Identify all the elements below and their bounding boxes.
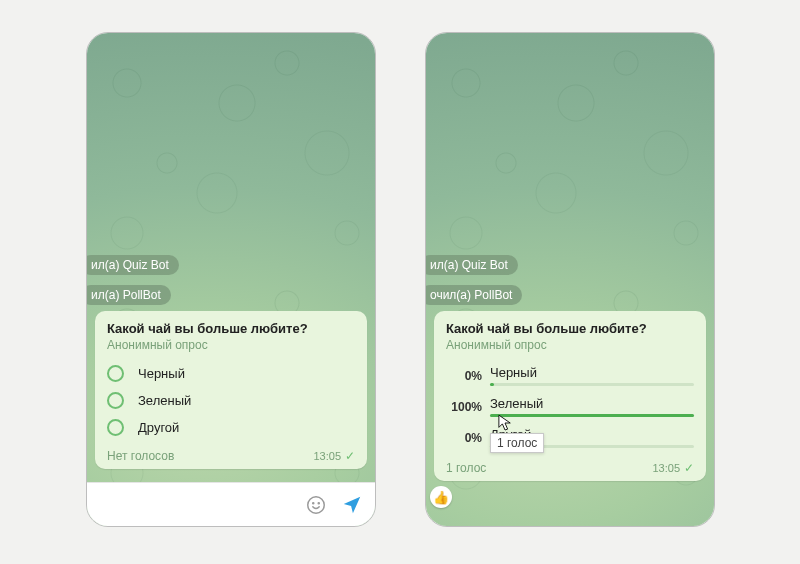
poll-option[interactable]: Черный <box>107 360 355 387</box>
poll-subtitle: Анонимный опрос <box>107 338 355 352</box>
svg-point-1 <box>313 502 314 503</box>
vote-tooltip: 1 голос <box>490 433 544 453</box>
poll-option-label: Другой <box>138 420 179 435</box>
sent-check-icon: ✓ <box>345 449 355 463</box>
svg-point-0 <box>308 496 325 513</box>
message-time: 13:05 ✓ <box>313 449 355 463</box>
sent-check-icon: ✓ <box>684 461 694 475</box>
radio-icon[interactable] <box>107 419 124 436</box>
message-time: 13:05 ✓ <box>652 461 694 475</box>
reaction-thumbs-up[interactable]: 👍 <box>430 486 452 508</box>
poll-result-percent: 100% <box>446 400 482 414</box>
service-message-pollbot: ил(а) PollBot <box>86 285 171 305</box>
poll-option[interactable]: Другой <box>107 414 355 441</box>
radio-icon[interactable] <box>107 365 124 382</box>
poll-option-label: Зеленый <box>138 393 191 408</box>
poll-result-row[interactable]: 0% Черный <box>446 360 694 391</box>
send-icon[interactable] <box>341 494 363 516</box>
poll-option-label: Зеленый <box>490 396 694 411</box>
service-message-quizbot: ил(а) Quiz Bot <box>86 255 179 275</box>
poll-result-percent: 0% <box>446 431 482 445</box>
poll-bubble: Какой чай вы больше любите? Анонимный оп… <box>95 311 367 469</box>
poll-option[interactable]: Зеленый <box>107 387 355 414</box>
phone-before: ил(а) Quiz Bot ил(а) PollBot Какой чай в… <box>86 32 376 527</box>
poll-option-label: Черный <box>138 366 185 381</box>
poll-question: Какой чай вы больше любите? <box>446 321 694 336</box>
poll-result-percent: 0% <box>446 369 482 383</box>
emoji-icon[interactable] <box>305 494 327 516</box>
radio-icon[interactable] <box>107 392 124 409</box>
poll-bar <box>490 414 694 417</box>
poll-bar <box>490 383 694 386</box>
phone-after: ил(а) Quiz Bot очил(а) PollBot Какой чай… <box>425 32 715 527</box>
poll-result-row[interactable]: 100% Зеленый <box>446 391 694 422</box>
poll-option-label: Черный <box>490 365 694 380</box>
message-input-bar <box>87 482 375 526</box>
svg-point-2 <box>318 502 319 503</box>
poll-vote-count: Нет голосов <box>107 449 174 463</box>
poll-subtitle: Анонимный опрос <box>446 338 694 352</box>
poll-question: Какой чай вы больше любите? <box>107 321 355 336</box>
service-message-quizbot: ил(а) Quiz Bot <box>425 255 518 275</box>
service-message-pollbot: очил(а) PollBot <box>425 285 522 305</box>
poll-vote-count: 1 голос <box>446 461 486 475</box>
poll-result-row[interactable]: 0% Другой <box>446 422 694 453</box>
poll-bubble-results: Какой чай вы больше любите? Анонимный оп… <box>434 311 706 481</box>
